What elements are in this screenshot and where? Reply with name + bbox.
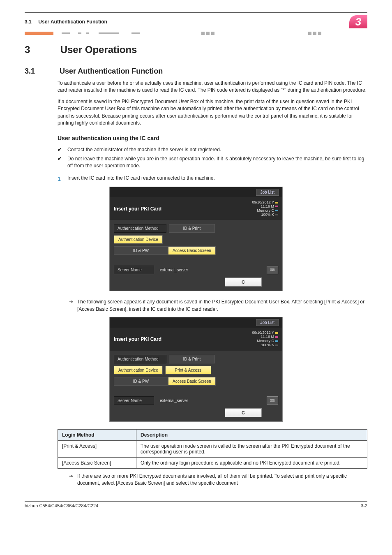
server-name-label: Server Name	[114, 266, 154, 274]
table-header-desc: Description	[136, 429, 367, 440]
device-screen-2: Job List Insert your PKI Card 09/10/2012…	[109, 317, 283, 422]
running-header: 3.1 User Authentication Function 3	[25, 15, 367, 28]
footer-model: bizhub C554/C454/C364/C284/C224	[25, 503, 98, 508]
cell-desc: The user operation mode screen is called…	[136, 440, 367, 457]
paragraph-2: If a document is saved in the PKI Encryp…	[58, 98, 367, 127]
id-pw-button[interactable]: ID & PW	[114, 246, 168, 255]
status-block: 09/10/2012 Y 11:16 M Memory C 100% K	[252, 201, 278, 217]
screen-title: Insert your PKI Card	[114, 206, 161, 212]
section-num: 3.1	[25, 67, 58, 76]
chapter-badge: 3	[349, 15, 367, 28]
header-section-num: 3.1	[25, 19, 32, 25]
table-row: [Print & Access] The user operation mode…	[58, 440, 367, 457]
page-footer: bizhub C554/C454/C364/C284/C224 3-2	[25, 501, 367, 508]
server-name-value: external_server	[157, 397, 267, 405]
step-list: 1 Insert the IC card into the IC card re…	[58, 175, 367, 182]
auth-method-label: Authentication Method	[114, 355, 166, 363]
status-block: 09/10/2012 Y 11:16 M Memory C 100% K	[252, 331, 278, 347]
device-screen-1: Job List Insert your PKI Card 09/10/2012…	[109, 187, 283, 291]
auth-device-button[interactable]: Authentication Device	[114, 235, 163, 244]
id-pw-button[interactable]: ID & PW	[114, 377, 168, 386]
prerequisite-list: Contact the administrator of the machine…	[58, 146, 367, 169]
server-name-value: external_server	[157, 266, 267, 274]
chapter-heading: 3 User Operations	[25, 44, 367, 56]
keyboard-icon[interactable]: ⌨	[267, 396, 278, 405]
job-list-button[interactable]: Job List	[256, 189, 279, 196]
step-1: 1 Insert the IC card into the IC card re…	[58, 175, 367, 182]
print-access-button[interactable]: Print & Access	[165, 366, 211, 375]
step-1-text: Insert the IC card into the IC card read…	[67, 175, 215, 181]
step-1-number: 1	[58, 175, 61, 183]
chapter-num: 3	[25, 44, 58, 56]
access-basic-button[interactable]: Access Basic Screen	[168, 377, 216, 386]
screen-title: Insert your PKI Card	[114, 336, 161, 342]
server-name-label: Server Name	[114, 396, 154, 405]
clear-button[interactable]: C	[225, 408, 262, 417]
auth-device-button[interactable]: Authentication Device	[114, 366, 163, 375]
section-title: User Authentication Function	[60, 67, 163, 75]
paragraph-1: To authenticate a user before he or she …	[58, 80, 367, 94]
header-section-title: User Authentication Function	[38, 19, 107, 25]
access-basic-button[interactable]: Access Basic Screen	[168, 246, 216, 255]
cell-desc: Only the ordinary login procedure is app…	[136, 457, 367, 468]
cell-method: [Print & Access]	[58, 440, 136, 457]
check-item-1: Contact the administrator of the machine…	[58, 146, 367, 153]
chapter-title: User Operations	[60, 44, 137, 55]
table-header-method: Login Method	[58, 429, 136, 440]
keyboard-icon[interactable]: ⌨	[267, 266, 278, 274]
table-row: [Access Basic Screen] Only the ordinary …	[58, 457, 367, 468]
auth-method-label: Authentication Method	[114, 224, 166, 233]
clear-button[interactable]: C	[225, 278, 262, 287]
check-item-2: Do not leave the machine while you are i…	[58, 155, 367, 170]
login-method-table: Login Method Description [Print & Access…	[58, 429, 367, 469]
decorative-stripe	[25, 31, 367, 36]
id-print-button[interactable]: ID & Print	[169, 355, 215, 363]
cell-method: [Access Basic Screen]	[58, 457, 136, 468]
arrow-note-2: If there are two or more PKI Encrypted d…	[69, 473, 367, 487]
section-heading: 3.1 User Authentication Function	[25, 67, 367, 76]
id-print-button[interactable]: ID & Print	[169, 224, 215, 233]
footer-page: 3-2	[361, 503, 367, 508]
subsection-heading: User authentication using the IC card	[58, 135, 367, 141]
job-list-button[interactable]: Job List	[256, 319, 279, 326]
arrow-note-1: The following screen appears if any docu…	[69, 298, 367, 313]
